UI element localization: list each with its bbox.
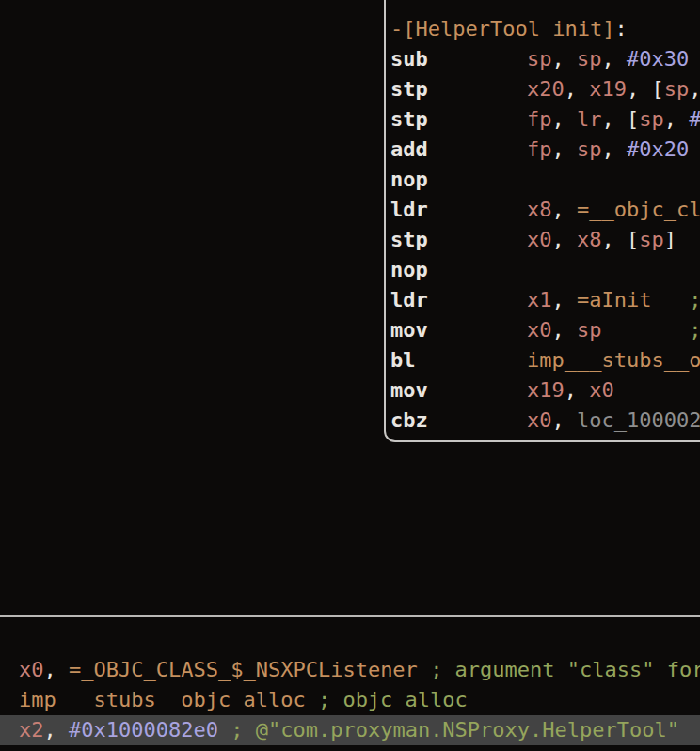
asm-token-symbol: imp___stubs__objc_alloc xyxy=(19,688,306,711)
asm-instruction-line[interactable]: stpx0, x8, [sp] xyxy=(390,225,700,255)
asm-token-comment: ; argument "class" for xyxy=(430,658,700,681)
asm-token-plain: [ xyxy=(652,77,664,101)
asm-mnemonic: cbz xyxy=(390,406,527,436)
asm-token-register: sp xyxy=(664,77,690,101)
asm-token-register: x0 xyxy=(589,378,614,402)
asm-token-plain: , xyxy=(44,658,70,681)
disassembler-screenshot: { "theme": { "background": "#0c0a09", "p… xyxy=(0,0,700,751)
asm-mnemonic: mov xyxy=(390,315,527,345)
asm-token-register: x0 xyxy=(527,228,552,251)
asm-instruction-line[interactable]: ldrx8, =__objc_cl xyxy=(390,195,700,225)
asm-token-register: x0 xyxy=(19,658,44,681)
asm-token-plain: : xyxy=(614,17,627,40)
asm-instruction-line[interactable]: nop xyxy=(390,165,700,195)
asm-token-plain: , xyxy=(602,137,628,161)
asm-mnemonic: ldr xyxy=(390,285,527,315)
asm-mnemonic: mov xyxy=(390,376,527,406)
asm-instruction-line[interactable]: movx0, sp ; xyxy=(390,315,700,345)
asm-token-plain: , xyxy=(552,318,578,342)
asm-token-register: x8 xyxy=(527,198,552,221)
asm-token-plain: , xyxy=(565,77,590,101)
selected-asm-line[interactable]: x2, #0x1000082e0 ; @"com.proxyman.NSProx… xyxy=(0,715,700,745)
asm-token-symbol: =__objc_cl xyxy=(577,198,700,221)
asm-token-plain: , xyxy=(552,47,578,71)
asm-instruction-line[interactable]: cbzx0, loc_100002 xyxy=(390,406,700,436)
asm-instruction-line[interactable]: subsp, sp, #0x30 xyxy=(390,44,700,74)
asm-token-register: x20 xyxy=(527,77,565,101)
asm-token-plain: ] xyxy=(664,228,676,251)
asm-token-plain: , xyxy=(602,107,628,131)
asm-token-register: x2 xyxy=(19,718,44,742)
asm-token-register: lr xyxy=(577,107,602,131)
asm-token-immediate: #0x1000082e0 xyxy=(69,718,218,742)
asm-token-symbol: =_OBJC_CLASS_$_NSXPCListener xyxy=(69,658,418,681)
asm-token-plain: , xyxy=(552,107,578,131)
asm-token-immediate: #0x20 xyxy=(627,137,689,161)
asm-token-register: x19 xyxy=(589,77,627,101)
asm-token-register: fp xyxy=(527,137,552,161)
asm-token-plain: , xyxy=(602,228,628,251)
asm-mnemonic: stp xyxy=(390,225,527,255)
asm-mnemonic: ldr xyxy=(390,195,527,225)
asm-token-plain: [ xyxy=(627,228,639,251)
asm-mnemonic: nop xyxy=(390,255,527,285)
bottom-code-pane: x0, =_OBJC_CLASS_$_NSXPCListener ; argum… xyxy=(0,617,700,745)
asm-token-comment: ; objc_alloc xyxy=(318,688,468,711)
asm-token-plain: , xyxy=(689,77,700,101)
asm-token-plain: , xyxy=(565,378,590,402)
asm-token-register: x8 xyxy=(577,228,602,251)
asm-instruction-line[interactable]: movx19, x0 xyxy=(390,376,700,406)
asm-token-plain: , xyxy=(664,107,690,131)
asm-token-register: sp xyxy=(639,107,664,131)
asm-token-register: sp xyxy=(527,47,552,71)
asm-token-plain xyxy=(418,658,430,681)
asm-token-plain xyxy=(651,288,689,312)
asm-token-label: -[HelperTool init] xyxy=(390,17,614,40)
asm-token-plain: , xyxy=(552,288,578,312)
procedure-code-lines: -[HelperTool init]:subsp, sp, #0x30stpx2… xyxy=(386,0,700,436)
asm-mnemonic: nop xyxy=(390,165,527,195)
bottom-code-lines: x0, =_OBJC_CLASS_$_NSXPCListener ; argum… xyxy=(0,655,700,745)
asm-instruction-line[interactable]: blimp___stubs__o xyxy=(390,345,700,376)
asm-token-plain: , xyxy=(44,718,70,742)
asm-token-plain: , xyxy=(552,198,578,221)
asm-instruction-line[interactable]: addfp, sp, #0x20 xyxy=(390,135,700,165)
asm-token-symbol: =aInit xyxy=(577,288,651,312)
asm-label-line[interactable]: -[HelperTool init]: xyxy=(390,14,700,44)
asm-token-plain: , xyxy=(552,408,578,432)
asm-mnemonic: stp xyxy=(390,74,527,104)
asm-instruction-line[interactable]: nop xyxy=(390,255,700,285)
asm-token-comment: ; xyxy=(689,288,700,312)
asm-instruction-line[interactable]: ldrx1, =aInit ; xyxy=(390,285,700,315)
asm-token-plain: , xyxy=(627,77,652,101)
asm-token-register: sp xyxy=(577,137,602,161)
asm-token-plain xyxy=(218,718,231,742)
procedure-block: -[HelperTool init]:subsp, sp, #0x30stpx2… xyxy=(384,0,700,442)
asm-token-plain: , xyxy=(552,228,578,251)
asm-token-register: x19 xyxy=(527,378,565,402)
asm-token-plain xyxy=(602,318,690,342)
asm-token-comment: ; @"com.proxyman.NSProxy.HelperTool" xyxy=(231,718,679,742)
asm-mnemonic: stp xyxy=(390,104,527,135)
asm-token-register: x1 xyxy=(527,288,552,312)
asm-token-register: fp xyxy=(527,107,552,131)
asm-token-immediate: # xyxy=(689,107,700,131)
asm-instruction-line[interactable]: stpfp, lr, [sp, # xyxy=(390,104,700,135)
asm-token-register: sp xyxy=(639,228,664,251)
asm-token-register: x0 xyxy=(527,318,552,342)
asm-instruction-line[interactable]: stpx20, x19, [sp, xyxy=(390,74,700,104)
asm-token-comment: ; xyxy=(689,318,700,342)
asm-operand-line[interactable]: x0, =_OBJC_CLASS_$_NSXPCListener ; argum… xyxy=(0,655,700,685)
asm-token-loc: loc_100002 xyxy=(577,408,700,432)
asm-mnemonic: sub xyxy=(390,44,527,74)
asm-token-plain: , xyxy=(602,47,628,71)
asm-token-register: sp xyxy=(577,47,602,71)
asm-operand-line[interactable]: imp___stubs__objc_alloc ; objc_alloc xyxy=(0,685,700,715)
asm-token-register: sp xyxy=(577,318,602,342)
asm-token-plain xyxy=(306,688,318,711)
asm-mnemonic: bl xyxy=(390,345,527,376)
asm-token-immediate: #0x30 xyxy=(627,47,689,71)
asm-token-symbol: imp___stubs__o xyxy=(527,348,700,372)
asm-token-register: x0 xyxy=(527,408,552,432)
asm-token-plain: [ xyxy=(627,107,639,131)
